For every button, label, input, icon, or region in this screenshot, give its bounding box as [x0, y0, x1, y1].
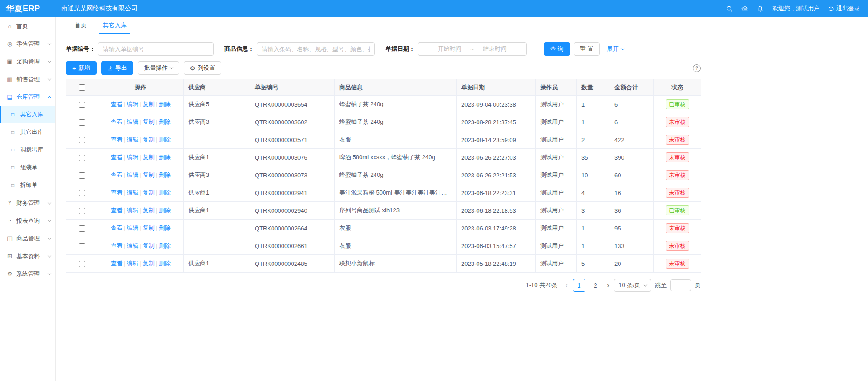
cell-operator: 测试用户 [536, 149, 577, 166]
view-link[interactable]: 查看 [111, 189, 122, 196]
prev-page-button[interactable]: ‹ [564, 282, 569, 289]
row-checkbox[interactable] [79, 102, 85, 108]
sidebar-item-finance[interactable]: ¥财务管理 [0, 194, 55, 212]
search-icon[interactable] [726, 5, 733, 12]
tab-other-inbound[interactable]: 其它入库 [95, 17, 135, 34]
delete-link[interactable]: 删除 [159, 207, 171, 214]
pagination-summary: 1-10 共20条 [526, 281, 558, 289]
view-link[interactable]: 查看 [111, 207, 122, 214]
row-checkbox[interactable] [79, 208, 85, 214]
copy-link[interactable]: 复制 [143, 225, 155, 231]
edit-link[interactable]: 编辑 [127, 101, 138, 107]
search-button[interactable]: 查 询 [544, 42, 570, 56]
reset-button[interactable]: 重 置 [574, 42, 600, 56]
sidebar-item-label: 仓库管理 [16, 93, 40, 101]
view-link[interactable]: 查看 [111, 154, 122, 161]
delete-link[interactable]: 删除 [159, 118, 171, 125]
sidebar-subitem-transfer-outbound[interactable]: □调拨出库 [0, 141, 55, 159]
sidebar-subitem-other-outbound[interactable]: □其它出库 [0, 123, 55, 141]
view-link[interactable]: 查看 [111, 225, 122, 231]
copy-link[interactable]: 复制 [143, 101, 155, 107]
view-link[interactable]: 查看 [111, 242, 122, 249]
edit-link[interactable]: 编辑 [127, 118, 138, 125]
view-link[interactable]: 查看 [111, 118, 122, 125]
logout-button[interactable]: 退出登录 [828, 5, 860, 13]
sidebar-item-warehouse[interactable]: ▤仓库管理 [0, 88, 55, 106]
view-link[interactable]: 查看 [111, 260, 122, 267]
expand-toggle[interactable]: 展开 [607, 45, 624, 53]
sidebar-subitem-disassembly[interactable]: □拆卸单 [0, 176, 55, 194]
column-settings-button[interactable]: ⚙ 列设置 [184, 61, 222, 75]
edit-link[interactable]: 编辑 [127, 242, 138, 249]
copy-link[interactable]: 复制 [143, 171, 155, 178]
row-checkbox[interactable] [79, 155, 85, 161]
edit-link[interactable]: 编辑 [127, 260, 138, 267]
delete-link[interactable]: 删除 [159, 225, 171, 231]
row-checkbox[interactable] [79, 243, 85, 249]
edit-link[interactable]: 编辑 [127, 136, 138, 143]
row-checkbox[interactable] [79, 190, 85, 196]
sidebar-subitem-assembly[interactable]: □组装单 [0, 159, 55, 176]
sidebar-item-report[interactable]: ◔报表查询 [0, 212, 55, 230]
copy-link[interactable]: 复制 [143, 242, 155, 249]
cell-qty: 2 [577, 131, 610, 149]
date-range-picker[interactable]: 开始时间 ~ 结束时间 [418, 42, 527, 56]
jump-page-input[interactable] [670, 279, 691, 291]
sidebar-subitem-other-inbound[interactable]: □其它入库 [0, 106, 55, 123]
delete-link[interactable]: 删除 [159, 171, 171, 178]
delete-link[interactable]: 删除 [159, 154, 171, 161]
cell-supplier [184, 237, 250, 255]
action-separator: | [140, 101, 141, 107]
row-checkbox[interactable] [79, 225, 85, 232]
copy-link[interactable]: 复制 [143, 189, 155, 196]
sidebar-item-home[interactable]: ⌂首页 [0, 17, 55, 35]
page-size-select[interactable]: 10 条/页 [614, 279, 651, 292]
sidebar-item-product[interactable]: ◫商品管理 [0, 230, 55, 247]
edit-link[interactable]: 编辑 [127, 171, 138, 178]
app-logo[interactable]: 华夏ERP [0, 3, 56, 14]
add-button[interactable]: + 新增 [66, 61, 97, 75]
sidebar-item-system[interactable]: ⚙系统管理 [0, 265, 55, 283]
bank-icon[interactable] [741, 5, 748, 12]
action-separator: | [140, 242, 141, 249]
delete-link[interactable]: 删除 [159, 101, 171, 107]
bill-no-input[interactable] [98, 42, 214, 56]
sidebar-item-basic[interactable]: ⊞基本资料 [0, 247, 55, 265]
next-page-button[interactable]: › [605, 282, 610, 289]
edit-link[interactable]: 编辑 [127, 154, 138, 161]
help-icon[interactable]: ? [693, 64, 701, 72]
chevron-down-icon [48, 236, 51, 239]
row-checkbox[interactable] [79, 261, 85, 267]
bell-icon[interactable] [757, 5, 764, 12]
page-button-2[interactable]: 2 [589, 279, 602, 292]
page-button-1[interactable]: 1 [573, 279, 585, 292]
edit-link[interactable]: 编辑 [127, 189, 138, 196]
copy-link[interactable]: 复制 [143, 207, 155, 214]
delete-link[interactable]: 删除 [159, 189, 171, 196]
view-link[interactable]: 查看 [111, 171, 122, 178]
export-button[interactable]: 导出 [101, 61, 133, 75]
delete-link[interactable]: 删除 [159, 136, 171, 143]
edit-link[interactable]: 编辑 [127, 207, 138, 214]
tab-home[interactable]: 首页 [67, 17, 95, 34]
delete-link[interactable]: 删除 [159, 242, 171, 249]
view-link[interactable]: 查看 [111, 136, 122, 143]
row-checkbox[interactable] [79, 119, 85, 126]
edit-link[interactable]: 编辑 [127, 225, 138, 231]
sidebar-item-sales[interactable]: ▥销售管理 [0, 70, 55, 88]
batch-operations-button[interactable]: 批量操作 [138, 61, 179, 75]
view-link[interactable]: 查看 [111, 101, 122, 107]
row-checkbox[interactable] [79, 172, 85, 179]
copy-link[interactable]: 复制 [143, 154, 155, 161]
product-info-input[interactable] [257, 42, 375, 56]
copy-link[interactable]: 复制 [143, 260, 155, 267]
copy-link[interactable]: 复制 [143, 136, 155, 143]
sidebar-item-retail[interactable]: ◎零售管理 [0, 35, 55, 53]
column-header-1: 供应商 [184, 79, 250, 96]
row-checkbox[interactable] [79, 137, 85, 143]
copy-link[interactable]: 复制 [143, 118, 155, 125]
pagination: 1-10 共20条‹12›10 条/页跳至页 [66, 279, 701, 292]
sidebar-item-purchase[interactable]: ▣采购管理 [0, 53, 55, 70]
select-all-checkbox[interactable] [79, 84, 85, 91]
delete-link[interactable]: 删除 [159, 260, 171, 267]
